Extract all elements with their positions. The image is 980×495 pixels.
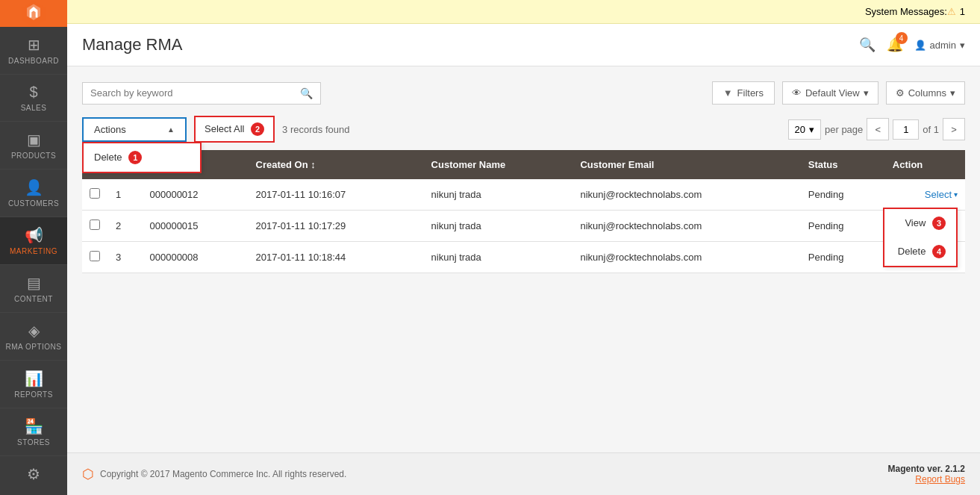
gear-icon: ⚙ [27,465,40,483]
prev-page-button[interactable]: < [867,118,889,140]
col-created-on[interactable]: Created On ↕ [249,150,424,179]
content-icon: ▤ [27,274,41,292]
sidebar-item-marketing[interactable]: 📢 MARKETING [0,217,67,265]
sidebar-item-rma-options-label: RMA OPTIONS [6,343,62,351]
filters-button[interactable]: ▼ Filters [712,81,775,105]
footer-version: Magento ver. 2.1.2 [888,464,965,474]
notification-badge: 4 [896,32,908,44]
row3-order-id: 000000008 [142,242,248,273]
select-all-button[interactable]: Select All 2 [194,116,275,143]
data-table: # Order Id ↕ Created On ↕ Customer Name … [82,150,965,273]
annotation-1: 1 [128,151,142,164]
sidebar-item-marketing-label: MARKETING [10,247,57,255]
row1-order-id: 000000012 [142,179,248,211]
page-footer: ⬡ Copyright © 2017 Magento Commerce Inc.… [67,452,980,495]
system-messages-count: 1 [960,6,965,17]
per-page-value: 20 [795,124,805,135]
row1-checkbox[interactable] [90,188,100,199]
row3-checkbox[interactable] [90,251,100,261]
row1-customer-name: nikunj trada [424,179,573,211]
eye-icon: 👁 [792,87,802,99]
admin-user-menu[interactable]: 👤 admin ▾ [914,40,965,51]
sidebar-item-reports[interactable]: 📊 REPORTS [0,361,67,408]
row2-order-id: 000000015 [142,211,248,242]
table-row: 2 000000015 2017-01-11 10:17:29 nikunj t… [82,211,965,242]
sales-icon: $ [29,84,37,101]
per-page-select[interactable]: 20 ▾ [788,119,821,140]
row3-checkbox-cell [82,242,108,273]
row1-action-cell: Select ▾ View 3 Delete 4 [885,179,965,211]
admin-user-icon: 👤 [914,40,926,51]
columns-icon: ⚙ [896,87,905,99]
annotation-3: 3 [932,217,946,230]
row1-created-on: 2017-01-11 10:16:07 [249,179,424,211]
sidebar-item-products[interactable]: ▣ PRODUCTS [0,122,67,169]
main-content: System Messages: ⚠ 1 Manage RMA 🔍 🔔 4 👤 … [67,0,980,495]
sidebar-item-customers[interactable]: 👤 CUSTOMERS [0,169,67,217]
system-messages-label: System Messages: [865,6,947,17]
sidebar-item-sales-label: SALES [21,104,47,112]
annotation-4: 4 [932,245,946,258]
row2-checkbox-cell [82,211,108,242]
sidebar-logo[interactable] [0,0,67,27]
sidebar-item-stores[interactable]: 🏪 STORES [0,408,67,456]
row3-customer-name: nikunj trada [424,242,573,273]
records-found: 3 records found [282,124,349,135]
sidebar-item-content[interactable]: ▤ CONTENT [0,265,67,313]
content-area: 🔍 ▼ Filters 👁 Default View ▾ ⚙ Columns ▾ [67,66,980,452]
row2-customer-email: nikunj@rocktechnolabs.com [572,211,800,242]
system-message-bar: System Messages: ⚠ 1 [67,0,980,24]
search-box[interactable]: 🔍 [82,82,321,105]
table-header-row: # Order Id ↕ Created On ↕ Customer Name … [82,150,965,179]
default-view-button[interactable]: 👁 Default View ▾ [782,81,878,105]
marketing-icon: 📢 [25,226,43,244]
view-label: Default View [805,87,860,99]
columns-button[interactable]: ⚙ Columns ▾ [886,81,965,105]
row3-created-on: 2017-01-11 10:18:44 [249,242,424,273]
search-button[interactable]: 🔍 [859,37,876,53]
row1-delete-action[interactable]: Delete 4 [884,237,956,266]
col-action: Action [885,150,965,179]
search-icon[interactable]: 🔍 [300,87,313,99]
report-bugs-link[interactable]: Report Bugs [915,474,965,485]
row3-customer-email: nikunj@rocktechnolabs.com [572,242,800,273]
sidebar-item-rma-options[interactable]: ◈ RMA OPTIONS [0,313,67,361]
row1-select-link[interactable]: Select ▾ [893,189,958,200]
toolbar-right: ▼ Filters 👁 Default View ▾ ⚙ Columns ▾ [712,81,965,105]
products-icon: ▣ [27,131,41,149]
page-total: of 1 [923,124,939,135]
footer-copyright: Copyright © 2017 Magento Commerce Inc. A… [100,469,346,479]
customers-icon: 👤 [25,178,43,196]
rma-options-icon: ◈ [28,322,40,340]
view-arrow-icon: ▾ [864,87,869,99]
sidebar-item-settings[interactable]: ⚙ [0,456,67,495]
actions-button[interactable]: Actions ▲ [82,117,187,142]
dashboard-icon: ⊞ [28,36,40,54]
pagination: 20 ▾ per page < of 1 > [788,118,965,140]
row2-created-on: 2017-01-11 10:17:29 [249,211,424,242]
delete-action-item[interactable]: Delete 1 [84,143,200,172]
footer-magento-label: Magento [888,464,925,474]
footer-logo-icon: ⬡ [82,466,94,482]
row1-id: 1 [108,179,142,211]
page-number-input[interactable] [893,119,919,140]
notifications-button[interactable]: 🔔 4 [887,37,903,53]
search-input[interactable] [90,87,300,99]
col-status: Status [801,150,885,179]
row1-checkbox-cell [82,179,108,211]
sidebar-item-dashboard[interactable]: ⊞ DASHBOARD [0,27,67,75]
sidebar: ⊞ DASHBOARD $ SALES ▣ PRODUCTS 👤 CUSTOME… [0,0,67,495]
reports-icon: 📊 [25,370,43,387]
row1-select-arrow: ▾ [954,190,958,199]
next-page-button[interactable]: > [943,118,965,140]
col-customer-name: Customer Name [424,150,573,179]
row2-checkbox[interactable] [90,220,100,230]
stores-icon: 🏪 [25,417,43,435]
admin-username: admin [930,40,956,51]
row2-customer-name: nikunj trada [424,211,573,242]
sidebar-item-sales[interactable]: $ SALES [0,75,67,122]
sidebar-item-products-label: PRODUCTS [11,152,56,160]
row1-view-action[interactable]: View 3 [884,209,956,237]
sidebar-item-stores-label: STORES [17,438,50,446]
admin-dropdown-arrow: ▾ [960,40,965,51]
